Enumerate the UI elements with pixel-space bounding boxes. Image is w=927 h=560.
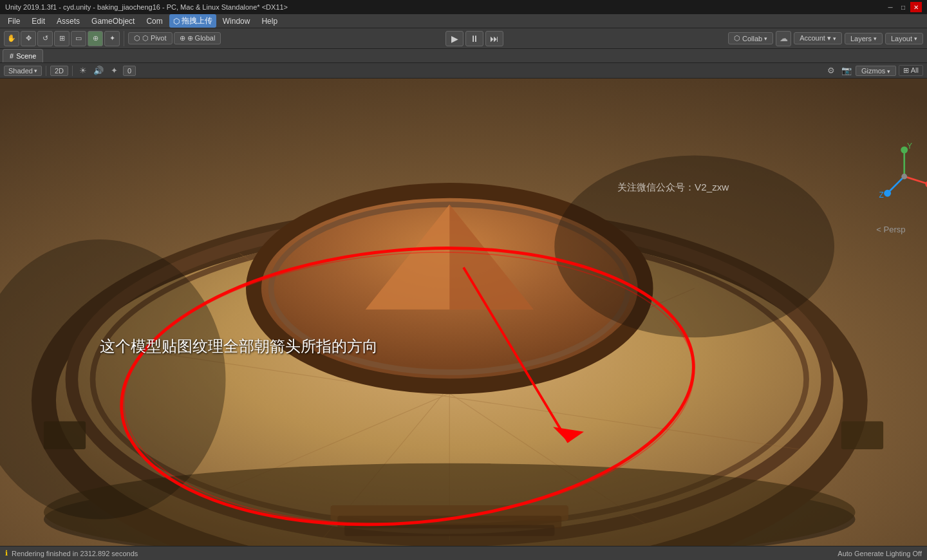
menu-file[interactable]: File bbox=[3, 15, 25, 27]
shaded-dropdown[interactable]: Shaded ▾ bbox=[4, 66, 42, 76]
pivot-icon: ⬡ bbox=[134, 34, 140, 42]
status-icon: ℹ bbox=[5, 549, 8, 557]
hand-tool-button[interactable]: ✋ bbox=[4, 31, 19, 46]
layers-button[interactable]: Layers ▾ bbox=[845, 33, 883, 44]
lighting-icon[interactable]: ☀ bbox=[77, 64, 89, 77]
svg-text:< Persp: < Persp bbox=[876, 225, 905, 234]
render-status: Rendering finished in 2312.892 seconds bbox=[12, 550, 138, 557]
main-toolbar: ✋ ✥ ↺ ⊞ ▭ ⊕ ✦ ⬡ ⬡ Pivot ⊕ ⊕ Global ▶ ⏸ ⏭… bbox=[0, 28, 927, 49]
minimize-button[interactable]: ─ bbox=[885, 2, 896, 12]
menu-com[interactable]: Com bbox=[141, 15, 167, 27]
svg-text:Y: Y bbox=[907, 142, 912, 151]
collab-text: Collab bbox=[742, 35, 762, 42]
all-button[interactable]: ⊞ All bbox=[899, 65, 923, 76]
lighting-status: Auto Generate Lighting Off bbox=[838, 550, 922, 557]
layers-count-label: 0 bbox=[127, 67, 131, 75]
scene-tab-label: Scene bbox=[16, 52, 36, 60]
layers-count[interactable]: 0 bbox=[123, 66, 136, 76]
collab-label: 拖拽上传 bbox=[182, 15, 212, 26]
collab-chevron: ▾ bbox=[764, 35, 767, 42]
step-button[interactable]: ⏭ bbox=[485, 31, 503, 46]
pivot-button[interactable]: ⬡ ⬡ Pivot bbox=[128, 32, 173, 44]
settings-icon[interactable]: ⚙ bbox=[825, 64, 838, 77]
viewport[interactable]: 关注微信公众号：V2_zxw 这个模型贴图纹理全部朝箭头所指的方向 Y X Z … bbox=[0, 79, 927, 546]
scene-tab-icon: # bbox=[10, 52, 14, 60]
shaded-label: Shaded bbox=[8, 67, 33, 75]
close-button[interactable]: ✕ bbox=[910, 2, 922, 12]
separator-2 bbox=[72, 66, 73, 76]
maximize-button[interactable]: □ bbox=[897, 2, 909, 12]
gizmos-label: Gizmos bbox=[861, 67, 885, 75]
collab-button[interactable]: ⬡ Collab ▾ bbox=[728, 32, 773, 44]
layout-chevron: ▾ bbox=[914, 35, 917, 42]
play-controls-group: ▶ ⏸ ⏭ bbox=[223, 31, 726, 46]
fx-icon[interactable]: ✦ bbox=[108, 64, 120, 77]
collab-icon: ⬡ bbox=[173, 17, 180, 26]
twod-label: 2D bbox=[55, 67, 64, 75]
status-bar: ℹ Rendering finished in 2312.892 seconds… bbox=[0, 546, 927, 560]
right-scene-tools: ⚙ 📷 Gizmos ▾ ⊞ All bbox=[825, 64, 923, 77]
svg-text:Z: Z bbox=[879, 191, 884, 200]
scene-tab-bar: # Scene bbox=[0, 49, 927, 63]
svg-rect-22 bbox=[841, 422, 883, 449]
play-button[interactable]: ▶ bbox=[445, 31, 464, 46]
custom-tool-button[interactable]: ✦ bbox=[104, 31, 120, 46]
layout-button[interactable]: Layout ▾ bbox=[885, 33, 923, 44]
menu-window[interactable]: Window bbox=[218, 15, 256, 27]
right-toolbar-group: ⬡ Collab ▾ ☁ Account ▾ ▾ Layers ▾ Layout… bbox=[728, 31, 923, 46]
menu-assets[interactable]: Assets bbox=[52, 15, 85, 27]
cloud-button[interactable]: ☁ bbox=[776, 31, 791, 46]
collab-icon: ⬡ bbox=[734, 34, 740, 42]
twod-button[interactable]: 2D bbox=[50, 66, 68, 76]
scene-toolbar: Shaded ▾ 2D ☀ 🔊 ✦ 0 ⚙ 📷 Gizmos ▾ ⊞ All bbox=[0, 63, 927, 79]
gizmos-chevron: ▾ bbox=[887, 68, 890, 75]
audio-icon[interactable]: 🔊 bbox=[92, 64, 105, 77]
layers-chevron: ▾ bbox=[874, 35, 877, 42]
pivot-global-group: ⬡ ⬡ Pivot ⊕ ⊕ Global bbox=[128, 32, 221, 44]
svg-point-38 bbox=[884, 190, 891, 197]
global-button[interactable]: ⊕ ⊕ Global bbox=[174, 32, 221, 44]
scene-tab[interactable]: # Scene bbox=[3, 49, 43, 62]
rotate-tool-button[interactable]: ↺ bbox=[37, 31, 53, 46]
collab-menu-button[interactable]: ⬡ 拖拽上传 bbox=[169, 14, 216, 28]
transform-tools-group: ✋ ✥ ↺ ⊞ ▭ ⊕ ✦ bbox=[4, 31, 124, 46]
account-label: Account ▾ bbox=[800, 34, 831, 42]
menu-bar: File Edit Assets GameObject Com ⬡ 拖拽上传 W… bbox=[0, 14, 927, 28]
menu-gameobject[interactable]: GameObject bbox=[86, 15, 140, 27]
move-tool-button[interactable]: ✥ bbox=[21, 31, 36, 46]
layout-label: Layout bbox=[891, 35, 912, 42]
account-button[interactable]: Account ▾ ▾ bbox=[794, 32, 842, 44]
account-chevron: ▾ bbox=[833, 35, 836, 42]
scene-svg: 关注微信公众号：V2_zxw 这个模型贴图纹理全部朝箭头所指的方向 Y X Z … bbox=[0, 79, 927, 546]
scale-tool-button[interactable]: ⊞ bbox=[54, 31, 70, 46]
pause-button[interactable]: ⏸ bbox=[465, 31, 483, 46]
svg-rect-20 bbox=[344, 525, 554, 536]
pivot-label: ⬡ Pivot bbox=[142, 34, 167, 42]
svg-text:关注微信公众号：V2_zxw: 关注微信公众号：V2_zxw bbox=[617, 182, 729, 192]
app-title: Unity 2019.1.3f1 - cyd.unity - baking_ji… bbox=[5, 3, 288, 11]
all-label: ⊞ All bbox=[903, 66, 919, 74]
global-label: ⊕ Global bbox=[187, 34, 216, 42]
transform-tool-button[interactable]: ⊕ bbox=[88, 31, 103, 46]
svg-text:这个模型贴图纹理全部朝箭头所指的方向: 这个模型贴图纹理全部朝箭头所指的方向 bbox=[100, 337, 378, 355]
rect-tool-button[interactable]: ▭ bbox=[71, 31, 86, 46]
camera-icon[interactable]: 📷 bbox=[840, 64, 853, 77]
svg-point-40 bbox=[901, 174, 907, 180]
window-controls: ─ □ ✕ bbox=[885, 2, 922, 12]
global-icon: ⊕ bbox=[180, 34, 185, 42]
gizmos-button[interactable]: Gizmos ▾ bbox=[856, 66, 896, 76]
separator-1 bbox=[46, 66, 46, 76]
layers-label: Layers bbox=[850, 35, 872, 42]
title-bar: Unity 2019.1.3f1 - cyd.unity - baking_ji… bbox=[0, 0, 927, 14]
menu-help[interactable]: Help bbox=[256, 15, 283, 27]
menu-edit[interactable]: Edit bbox=[26, 15, 50, 27]
shaded-chevron: ▾ bbox=[34, 68, 37, 74]
